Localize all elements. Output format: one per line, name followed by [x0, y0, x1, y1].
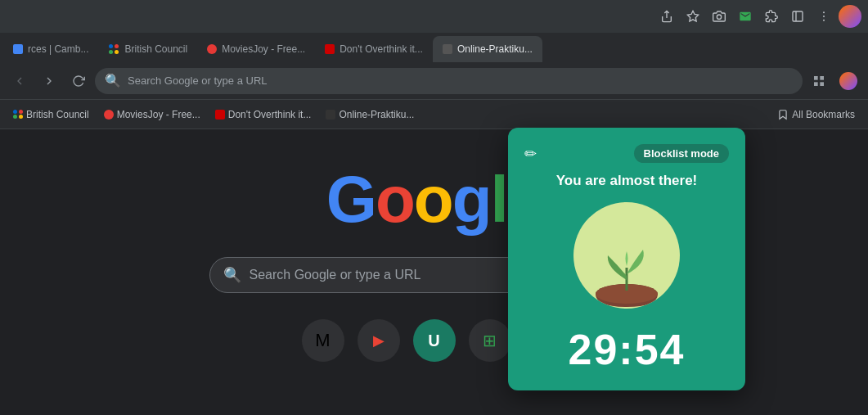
omnibox-text: Search Google or type a URL: [128, 74, 793, 87]
bookmark-icon-overthink: [215, 110, 225, 120]
shortcut-icon-uptimer: U: [413, 319, 456, 362]
shortcut-gmail[interactable]: M: [302, 319, 344, 362]
address-bar[interactable]: 🔍 Search Google or type a URL: [95, 68, 803, 94]
back-button[interactable]: [7, 68, 33, 94]
tab-camb[interactable]: rces | Camb...: [3, 36, 98, 62]
shortcut-icon-gmail: M: [302, 319, 344, 362]
svg-point-1: [717, 15, 721, 19]
tab-bar: rces | Camb... British Council MoviesJoy…: [0, 33, 868, 62]
menu-icon[interactable]: [812, 5, 835, 28]
bookmarks-right: All Bookmarks: [771, 106, 861, 124]
svg-marker-0: [687, 11, 698, 21]
camera-icon[interactable]: [708, 5, 731, 28]
share-icon[interactable]: [655, 5, 678, 28]
address-toolbar: 🔍 Search Google or type a URL: [0, 62, 868, 100]
logo-g2: g: [452, 162, 491, 237]
bookmark-icon-praktiku: [326, 110, 335, 120]
bookmark-moviesjoy[interactable]: MoviesJoy - Free...: [97, 106, 207, 124]
shortcut-uptimer[interactable]: U: [413, 319, 456, 362]
popup-header: ✏ Blocklist mode: [524, 144, 729, 163]
tab-favicon-praktiku: [443, 44, 452, 54]
titlebar: [0, 0, 868, 33]
tab-moviesjoy[interactable]: MoviesJoy - Free...: [197, 36, 315, 62]
star-icon[interactable]: [681, 5, 704, 28]
profile-avatar[interactable]: [839, 5, 861, 28]
bookmark-icon-british-council: [13, 110, 23, 120]
popup-timer: 29:54: [569, 325, 686, 374]
sidebar-icon[interactable]: [786, 5, 809, 28]
shortcut-youtube[interactable]: ▶: [358, 319, 400, 362]
tab-online-praktiku[interactable]: Online-Praktiku...: [433, 36, 542, 62]
apps-grid-button[interactable]: [806, 68, 832, 94]
plant-svg: [582, 235, 672, 309]
logo-l: l: [491, 162, 507, 237]
tab-british-council[interactable]: British Council: [98, 36, 197, 62]
bookmark-icon-moviesjoy: [104, 110, 114, 120]
plant-illustration: [573, 202, 680, 309]
omnibox-search-icon: 🔍: [105, 73, 121, 88]
all-bookmarks-label: All Bookmarks: [792, 109, 855, 120]
bookmark-dont-overthink[interactable]: Don't Overthink it...: [209, 106, 318, 124]
popup-edit-icon[interactable]: ✏: [524, 145, 537, 163]
tab-favicon-camb: [13, 44, 23, 54]
tab-favicon-overthink: [325, 44, 335, 54]
bookmark-online-praktiku[interactable]: Online-Praktiku...: [319, 106, 421, 124]
shortcut-grid[interactable]: ⊞: [469, 319, 511, 362]
logo-g: G: [326, 162, 376, 237]
tab-favicon-moviesjoy: [207, 44, 217, 54]
shortcut-icon-youtube: ▶: [358, 319, 400, 362]
tab-dont-overthink[interactable]: Don't Overthink it...: [315, 36, 433, 62]
tab-favicon-british-council: [108, 43, 119, 55]
extensions-icon[interactable]: [760, 5, 783, 28]
svg-rect-7: [814, 76, 818, 80]
profile-button[interactable]: [835, 68, 861, 94]
extension-popup: ✏ Blocklist mode You are almost there! 2…: [508, 128, 745, 390]
svg-rect-10: [820, 82, 824, 86]
refresh-button[interactable]: [65, 68, 92, 94]
all-bookmarks-button[interactable]: All Bookmarks: [771, 106, 861, 124]
shortcut-icon-grid: ⊞: [469, 319, 511, 362]
popup-almost-text: You are almost there!: [556, 173, 698, 189]
svg-point-6: [823, 20, 825, 21]
logo-o1: o: [376, 162, 414, 237]
svg-rect-9: [814, 82, 818, 86]
bookmark-british-council[interactable]: British Council: [7, 106, 96, 124]
svg-point-5: [823, 16, 825, 17]
svg-point-4: [823, 11, 825, 13]
search-magnify-icon: 🔍: [223, 266, 241, 284]
logo-o2: o: [414, 162, 452, 237]
blocklist-badge: Blocklist mode: [634, 144, 729, 163]
bookmarks-bar: British Council MoviesJoy - Free... Don'…: [0, 100, 868, 129]
forward-button[interactable]: [36, 68, 62, 94]
svg-rect-2: [793, 11, 803, 21]
main-content: G o o g l e 🔍 Search Google or type a UR…: [0, 129, 868, 415]
svg-rect-8: [820, 76, 824, 80]
email-icon[interactable]: [734, 5, 757, 28]
